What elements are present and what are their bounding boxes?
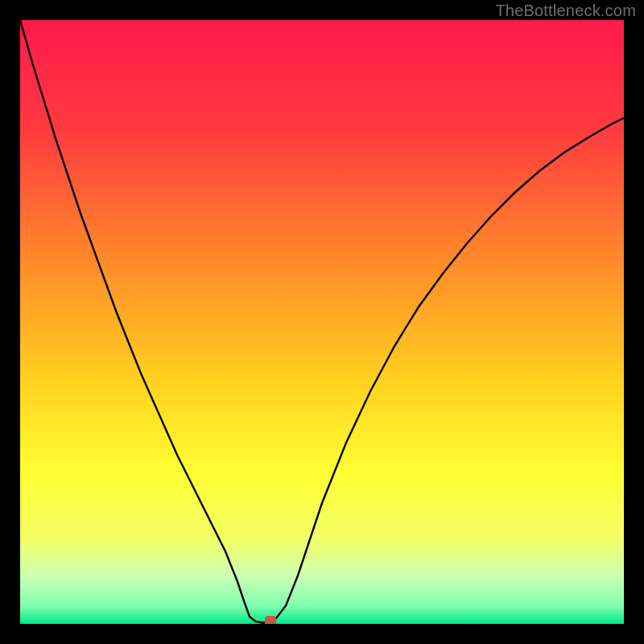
optimal-point-marker <box>265 616 276 624</box>
chart-frame: TheBottleneck.com <box>0 0 644 644</box>
bottleneck-curve <box>20 20 624 623</box>
plot-area <box>20 20 624 624</box>
curve-svg <box>20 20 624 624</box>
watermark-text: TheBottleneck.com <box>495 2 636 20</box>
